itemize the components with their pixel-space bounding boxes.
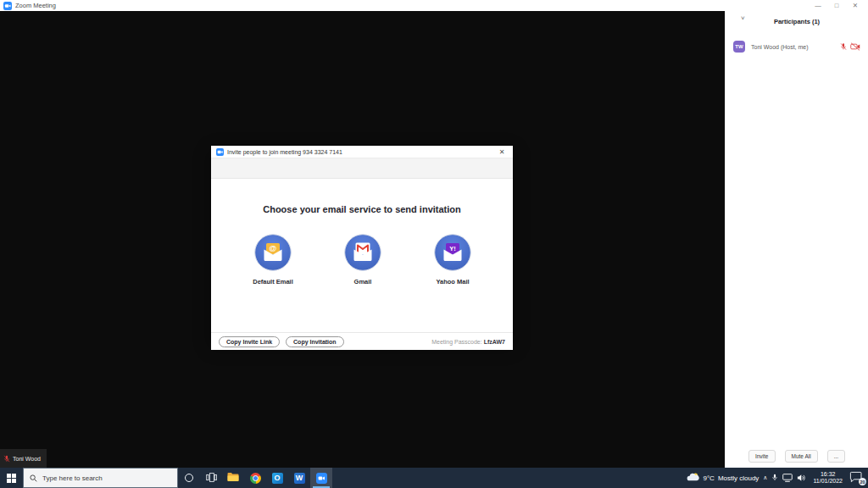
invite-dialog-tab-band [211, 158, 513, 179]
participant-name: Toni Wood (Host, me) [751, 44, 809, 50]
window-controls: — □ ✕ [809, 0, 865, 11]
invite-dialog-titlebar: Invite people to join meeting 934 3324 7… [211, 146, 513, 158]
outlook-button[interactable]: O [266, 468, 288, 488]
clock-time: 16:32 [813, 471, 843, 478]
passcode-value: LfzAW7 [484, 339, 505, 345]
gmail-option[interactable]: Gmail [326, 234, 399, 286]
participant-video-off-icon [850, 39, 860, 54]
panel-chevron-icon[interactable]: ˅ [741, 14, 745, 22]
zoom-taskbar-icon [316, 473, 327, 484]
mic-muted-icon [3, 451, 10, 466]
taskbar-clock[interactable]: 16:32 11/01/2022 [813, 471, 843, 485]
close-button[interactable]: ✕ [846, 0, 865, 11]
cortana-button[interactable] [178, 468, 200, 488]
clock-date: 11/01/2022 [813, 478, 843, 485]
invite-dialog: Invite people to join meeting 934 3324 7… [211, 146, 513, 342]
window-titlebar: Zoom Meeting — □ ✕ [0, 0, 868, 11]
default-email-icon: @ [254, 234, 292, 274]
participants-title: Participants (1) [774, 18, 820, 25]
chrome-icon [250, 473, 261, 484]
participants-panel: ˅ Participants (1) TW Toni Wood (Host, m… [725, 11, 868, 468]
volume-icon[interactable] [797, 470, 806, 485]
start-button[interactable] [0, 468, 23, 488]
search-input[interactable] [42, 474, 161, 482]
passcode-label: Meeting Passcode: [431, 339, 482, 345]
minimize-button[interactable]: — [809, 0, 827, 11]
file-explorer-icon [227, 470, 239, 485]
task-view-icon [206, 470, 217, 485]
yahoo-mail-option[interactable]: Y! Yahoo Mail [416, 234, 489, 286]
zoom-dialog-icon [216, 144, 224, 159]
more-options-button[interactable]: ... [827, 450, 845, 463]
notification-count-badge: 20 [859, 478, 866, 485]
file-explorer-button[interactable] [222, 468, 244, 488]
yahoo-mail-icon: Y! [434, 234, 471, 274]
yahoo-mail-label: Yahoo Mail [436, 278, 469, 286]
invite-dialog-heading: Choose your email service to send invita… [211, 204, 513, 214]
tray-chevron-icon[interactable]: ∧ [763, 474, 767, 481]
weather-cloud-icon [687, 472, 699, 484]
task-view-button[interactable] [200, 468, 222, 488]
participant-row[interactable]: TW Toni Wood (Host, me) [726, 39, 868, 54]
participant-mic-muted-icon [840, 39, 847, 54]
meeting-passcode: Meeting Passcode:LfzAW7 [431, 339, 505, 345]
action-center-button[interactable]: 20 [849, 471, 865, 485]
windows-logo-icon [7, 474, 16, 483]
maximize-button[interactable]: □ [827, 0, 846, 11]
zoom-taskbar-button[interactable] [310, 468, 332, 488]
taskbar-spacer [332, 468, 687, 488]
participants-header: ˅ Participants (1) [726, 11, 868, 31]
weather-condition: Mostly cloudy [718, 474, 759, 482]
word-button[interactable]: W [288, 468, 310, 488]
outlook-icon: O [272, 473, 283, 484]
window-title: Zoom Meeting [15, 2, 56, 9]
self-view-nameplate: Toni Wood [0, 449, 47, 468]
weather-widget[interactable]: 9°C Mostly cloudy [687, 472, 759, 484]
mute-all-button[interactable]: Mute All [785, 450, 818, 463]
gmail-icon [344, 234, 381, 274]
participants-footer: Invite Mute All ... [726, 450, 868, 463]
system-tray: 9°C Mostly cloudy ∧ 16:32 11/01/2022 20 [687, 468, 868, 488]
copy-invitation-button[interactable]: Copy Invitation [286, 336, 344, 347]
search-icon [30, 470, 37, 485]
copy-invite-link-button[interactable]: Copy Invite Link [219, 336, 280, 347]
svg-text:@: @ [270, 244, 277, 252]
invite-dialog-title: Invite people to join meeting 934 3324 7… [227, 149, 342, 155]
invite-dialog-footer: Copy Invite Link Copy Invitation Meeting… [211, 332, 513, 350]
invite-button[interactable]: Invite [748, 450, 776, 463]
word-icon: W [294, 473, 305, 484]
taskbar: O W 9°C Mostly cloudy ∧ [0, 468, 868, 488]
self-view-name: Toni Wood [13, 456, 41, 462]
cortana-icon [185, 474, 193, 482]
email-services: @ Default Email [211, 234, 513, 286]
invite-dialog-body: Choose your email service to send invita… [211, 204, 513, 350]
default-email-option[interactable]: @ Default Email [236, 234, 309, 286]
svg-text:Y!: Y! [449, 245, 456, 252]
invite-dialog-close-icon[interactable]: ✕ [496, 148, 508, 156]
screen: Zoom Meeting — □ ✕ Toni Wood ˅ Participa… [0, 0, 868, 488]
tray-mic-icon[interactable] [771, 470, 778, 485]
network-icon[interactable] [782, 470, 793, 485]
weather-temp: 9°C [703, 474, 714, 482]
avatar: TW [733, 41, 745, 53]
participant-status [840, 39, 860, 54]
gmail-label: Gmail [354, 278, 372, 286]
chrome-button[interactable] [244, 468, 266, 488]
default-email-label: Default Email [253, 278, 293, 286]
taskbar-search[interactable] [23, 468, 178, 488]
